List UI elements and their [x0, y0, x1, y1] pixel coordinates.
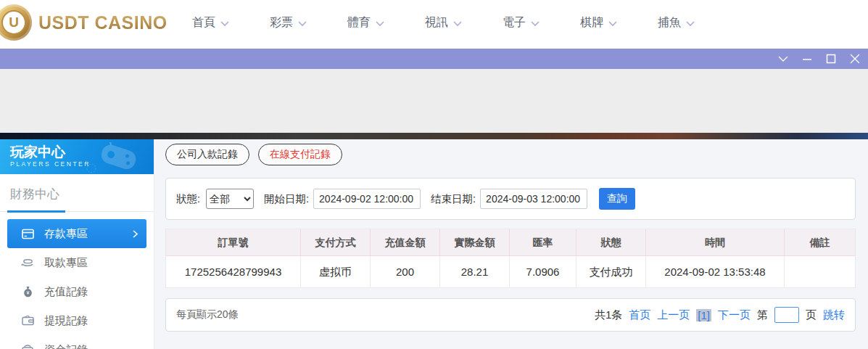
first-page-link[interactable]: 首页	[629, 308, 650, 322]
nav-item-fishing[interactable]: 捕魚	[658, 15, 695, 30]
end-date-label: 结束日期:	[431, 192, 476, 206]
col-header-recharge-amount: 充值金額	[371, 229, 440, 256]
logo[interactable]: U USDT CASINO	[0, 4, 168, 41]
logo-ball-icon: U	[0, 4, 32, 41]
window-titlebar	[0, 47, 868, 69]
cell-time: 2024-09-02 13:53:48	[646, 256, 785, 287]
chevron-down-icon	[686, 17, 695, 30]
sidebar-item-deposit[interactable]: 存款專區	[7, 219, 146, 248]
window-controls	[777, 49, 861, 69]
jump-page-input[interactable]	[774, 307, 799, 323]
sidebar-item-fund-records[interactable]: 資金記錄	[0, 335, 154, 349]
nav-item-home[interactable]: 首頁	[192, 15, 229, 30]
total-count: 共1条	[595, 308, 622, 322]
sidebar-menu: 存款專區 取款專區 ¥ 充值記錄	[0, 219, 154, 349]
col-header-time: 時間	[646, 229, 785, 256]
current-page[interactable]: [1]	[696, 309, 711, 321]
banner-strip	[0, 133, 868, 139]
nav-item-chess[interactable]: 棋牌	[580, 15, 617, 30]
sidebar-item-withdraw[interactable]: 取款專區	[0, 248, 154, 277]
chevron-down-icon	[298, 17, 307, 30]
collapse-chevron-icon[interactable]	[777, 53, 789, 65]
jump-prefix-label: 第	[757, 308, 768, 322]
start-date-input[interactable]	[313, 189, 421, 209]
gamepad-icon	[81, 142, 146, 174]
players-center-header: 玩家中心 PLAYERS CENTER	[0, 139, 154, 174]
page-size-text: 每頁顯示20條	[176, 308, 239, 321]
main-nav: 首頁 彩票 體育 視訊 電子 棋牌	[192, 0, 695, 46]
sidebar-item-withdraw-records[interactable]: 提現記錄	[0, 306, 154, 335]
nav-item-label: 彩票	[270, 15, 293, 30]
sidebar-item-label: 存款專區	[44, 227, 88, 241]
logo-text: USDT CASINO	[38, 12, 168, 33]
wallet-icon	[21, 314, 34, 327]
chevron-down-icon	[220, 17, 229, 30]
section-divider	[0, 210, 154, 213]
nav-item-label: 捕魚	[658, 15, 681, 30]
chevron-down-icon	[376, 17, 384, 30]
sidebar-item-label: 資金記錄	[44, 343, 88, 349]
pagination-controls: 共1条 首页 上一页 [1] 下一页 第 页 跳转	[595, 307, 845, 323]
tab-company-deposit-records[interactable]: 公司入款記錄	[165, 144, 249, 165]
card-icon	[21, 227, 34, 240]
prev-page-link[interactable]: 上一页	[657, 308, 690, 322]
logo-letter: U	[1, 10, 26, 35]
pagination-bar: 每頁顯示20條 共1条 首页 上一页 [1] 下一页 第 页 跳转	[165, 298, 856, 332]
nav-item-label: 體育	[347, 15, 371, 30]
empty-band	[0, 69, 868, 133]
maximize-icon[interactable]	[825, 53, 837, 65]
next-page-link[interactable]: 下一页	[718, 308, 751, 322]
search-button[interactable]: 查詢	[599, 188, 635, 210]
jump-button[interactable]: 跳转	[823, 308, 845, 322]
chevron-down-icon	[453, 17, 462, 30]
sidebar-item-deposit-records[interactable]: ¥ 充值記錄	[0, 277, 154, 306]
tab-online-payment-records[interactable]: 在線支付記錄	[258, 144, 342, 165]
cell-actual-amount: 28.21	[440, 256, 510, 287]
nav-item-live[interactable]: 視訊	[425, 15, 462, 30]
col-header-pay-method: 支付方式	[301, 229, 371, 256]
records-table: 訂單號 支付方式 充值金額 實際金額 匯率 狀態 時間 備註 172525642…	[165, 229, 856, 288]
nav-item-lottery[interactable]: 彩票	[270, 15, 307, 30]
finance-center-label: 財務中心	[0, 174, 154, 202]
sidebar: 玩家中心 PLAYERS CENTER 財務中心	[0, 139, 154, 349]
record-tabs: 公司入款記錄 在線支付記錄	[165, 144, 868, 165]
sidebar-item-label: 取款專區	[44, 256, 88, 270]
minimize-icon[interactable]	[801, 53, 813, 65]
nav-item-label: 視訊	[425, 15, 448, 30]
col-header-status: 狀態	[576, 229, 646, 256]
cell-order-no: 1725256428799943	[166, 256, 301, 287]
money-bag-icon: ¥	[21, 285, 34, 298]
chevron-right-icon	[133, 228, 138, 240]
jump-suffix-label: 页	[806, 308, 817, 322]
start-date-label: 開始日期:	[264, 192, 309, 206]
close-icon[interactable]	[849, 53, 861, 65]
status-select[interactable]: 全部	[206, 189, 254, 209]
cell-rate: 7.0906	[510, 256, 576, 287]
col-header-actual-amount: 實際金額	[440, 229, 510, 256]
nav-item-slots[interactable]: 電子	[503, 15, 540, 30]
end-date-input[interactable]	[480, 189, 587, 209]
page: U USDT CASINO 首頁 彩票 體育 視訊 電子	[0, 0, 868, 349]
sidebar-item-label: 充值記錄	[44, 285, 88, 299]
col-header-remark: 備註	[785, 229, 855, 256]
hand-coin-icon	[21, 256, 34, 269]
cell-recharge-amount: 200	[371, 256, 440, 287]
nav-item-label: 棋牌	[580, 15, 603, 30]
nav-item-sports[interactable]: 體育	[347, 15, 384, 30]
purse-icon	[21, 343, 34, 349]
filter-bar: 狀態: 全部 開始日期: 结束日期: 查詢	[165, 178, 856, 220]
status-label: 狀態:	[176, 192, 200, 206]
top-header: U USDT CASINO 首頁 彩票 體育 視訊 電子	[0, 0, 868, 46]
chevron-down-icon	[608, 17, 617, 30]
table-header-row: 訂單號 支付方式 充值金額 實際金額 匯率 狀態 時間 備註	[166, 229, 855, 256]
cell-pay-method: 虚拟币	[301, 256, 371, 287]
sidebar-item-label: 提現記錄	[44, 314, 88, 328]
svg-text:¥: ¥	[26, 290, 29, 295]
chevron-down-icon	[531, 17, 540, 30]
table-row: 1725256428799943 虚拟币 200 28.21 7.0906 支付…	[166, 256, 855, 287]
main-panel: 公司入款記錄 在線支付記錄 狀態: 全部 開始日期: 结束日期: 查詢 訂單號 …	[154, 139, 868, 349]
cell-remark	[785, 256, 855, 287]
cell-status: 支付成功	[576, 256, 646, 287]
nav-item-label: 電子	[503, 15, 526, 30]
col-header-rate: 匯率	[510, 229, 576, 256]
